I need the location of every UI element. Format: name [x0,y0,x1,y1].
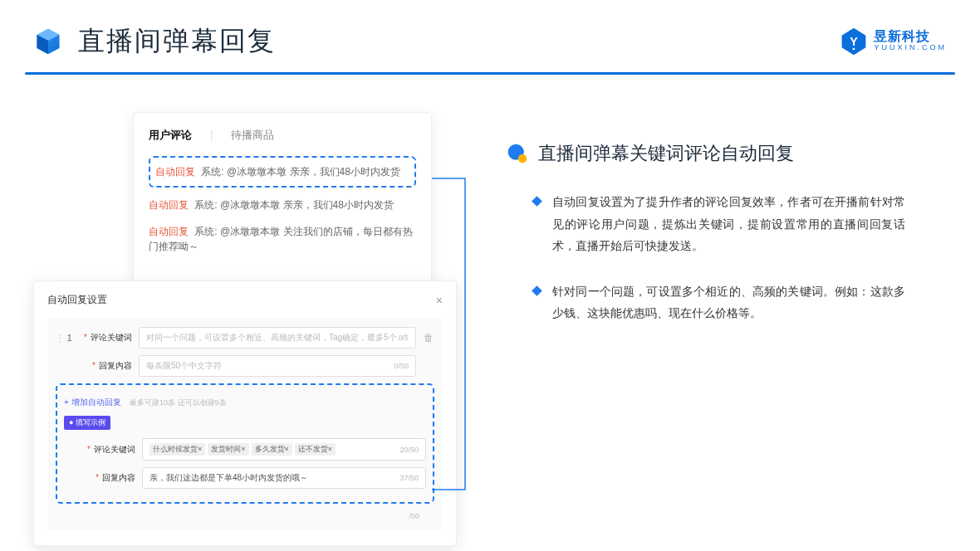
keyword-input[interactable]: 对同一个问题，可设置多个相近、高频的关键词，Tag确定，最多5个 0/5 [139,327,416,349]
char-counter: 0/5 [398,334,409,342]
example-block: + 增加自动回复 最多可建10条 还可以创建9条 ● 填写示例 *评论关键词 什… [56,383,434,504]
keyword-tag[interactable]: 发货时间× [208,443,248,456]
comments-tabs: 用户评论 | 待播商品 [149,128,416,143]
tab-pending-goods[interactable]: 待播商品 [231,128,274,143]
description-panel: 直播间弹幕关键词评论自动回复 自动回复设置为了提升作者的评论回复效率，作者可在开… [457,100,905,348]
illustration-panel: 用户评论 | 待播商品 自动回复 系统: @冰墩墩本墩 亲亲，我们48小时内发货… [33,100,457,348]
svg-text:Y: Y [850,35,859,48]
keyword-tag[interactable]: 多久发货× [252,443,292,456]
add-hint: 最多可建10条 还可以创建9条 [130,398,227,407]
row-number: 1 [67,334,82,343]
bullet-text: 针对同一个问题，可设置多个相近的、高频的关键词。例如：这款多少钱、这块能优惠吗、… [552,280,905,324]
cube-icon [33,27,63,56]
content-label: *回复内容 [82,360,132,372]
trailing-counter: /50 [409,512,419,520]
example-keyword-label: *评论关键词 [86,444,135,456]
char-counter: 37/50 [399,474,419,482]
char-counter: 20/50 [399,446,419,454]
connector-line [424,149,473,498]
content-row: *回复内容 每条限50个中文字符 0/50 [56,355,434,377]
svg-point-3 [518,154,527,163]
add-auto-reply-link[interactable]: + 增加自动回复 [64,397,121,408]
bullet-text: 自动回复设置为了提升作者的评论回复效率，作者可在开播前针对常见的评论用户问题，提… [552,191,905,257]
example-badge: ● 填写示例 [64,416,110,430]
comments-card: 用户评论 | 待播商品 自动回复 系统: @冰墩墩本墩 亲亲，我们48小时内发货… [133,112,432,291]
brand-domain: YUUXIN.COM [874,43,947,53]
brand-logo: Y 昱新科技 YUUXIN.COM [839,27,947,56]
keyword-label: *评论关键词 [82,332,132,344]
comment-text: 系统: @冰墩墩本墩 亲亲，我们48小时内发货 [201,166,400,178]
diamond-bullet-icon [532,196,542,207]
comment-text: 系统: @冰墩墩本墩 亲亲，我们48小时内发货 [194,199,394,211]
tab-separator: | [210,128,213,143]
auto-reply-tag: 自动回复 [149,226,189,237]
page-header: 直播间弹幕回复 Y 昱新科技 YUUXIN.COM [0,0,980,62]
page-title: 直播间弹幕回复 [78,23,276,60]
section-title: 直播间弹幕关键词评论自动回复 [538,141,794,166]
auto-reply-settings-card: 自动回复设置 × ⋮⋮ 1 *评论关键词 对同一个问题，可设置多个相近、高频的关… [33,280,457,546]
settings-title-bar: 自动回复设置 × [47,293,443,307]
keyword-tag[interactable]: 什么时候发货× [149,443,205,456]
chat-bubble-icon [507,143,528,164]
bullet-item: 自动回复设置为了提升作者的评论回复效率，作者可在开播前针对常见的评论用户问题，提… [507,191,905,257]
svg-point-1 [853,48,855,51]
drag-handle-icon[interactable]: ⋮⋮ [56,334,62,343]
brand-name: 昱新科技 [874,30,947,43]
settings-title: 自动回复设置 [47,293,107,307]
tab-user-comments[interactable]: 用户评论 [149,128,192,143]
example-keyword-input[interactable]: 什么时候发货× 发货时间× 多久发货× 还不发货× 20/50 [142,438,426,461]
bullet-item: 针对同一个问题，可设置多个相近的、高频的关键词。例如：这款多少钱、这块能优惠吗、… [507,280,905,324]
auto-reply-tag: 自动回复 [149,199,189,211]
keyword-row: ⋮⋮ 1 *评论关键词 对同一个问题，可设置多个相近、高频的关键词，Tag确定，… [56,327,434,349]
comment-row: 自动回复 系统: @冰墩墩本墩 亲亲，我们48小时内发货 [149,197,416,212]
highlighted-comment: 自动回复 系统: @冰墩墩本墩 亲亲，我们48小时内发货 [149,156,416,188]
diamond-bullet-icon [532,285,542,296]
example-content-label: *回复内容 [86,472,135,484]
content-input[interactable]: 每条限50个中文字符 0/50 [139,355,416,377]
char-counter: 0/50 [394,362,409,370]
brand-logo-icon: Y [839,27,869,56]
example-content-input[interactable]: 亲，我们这边都是下单48小时内发货的哦～ 37/50 [142,467,426,489]
auto-reply-tag: 自动回复 [155,166,195,178]
comment-row: 自动回复 系统: @冰墩墩本墩 关注我们的店铺，每日都有热门推荐呦～ [149,224,416,254]
keyword-tag[interactable]: 还不发货× [295,443,336,456]
